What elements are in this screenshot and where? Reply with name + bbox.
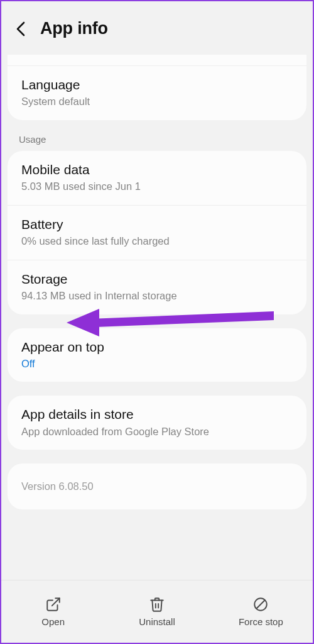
row-title: Language: [21, 77, 293, 93]
version-label: Version 6.08.50: [21, 480, 293, 492]
svg-line-0: [51, 598, 59, 606]
button-label: Force stop: [239, 616, 283, 627]
card-usage: Mobile data 5.03 MB used since Jun 1 Bat…: [8, 151, 306, 314]
row-title: App details in store: [21, 406, 293, 423]
button-label: Uninstall: [139, 616, 175, 627]
card-app-details: App details in store App downloaded from…: [8, 396, 306, 450]
content-scroll[interactable]: Language System default Usage Mobile dat…: [1, 55, 313, 580]
card-version: Version 6.08.50: [8, 464, 306, 509]
row-title: Mobile data: [21, 162, 293, 178]
card-previous: Language System default: [8, 55, 306, 120]
app-info-screen: App info Language System default Usage M…: [0, 0, 314, 644]
row-appear-on-top[interactable]: Appear on top Off: [8, 328, 306, 382]
open-button[interactable]: Open: [1, 580, 105, 643]
clipped-row: [8, 55, 306, 66]
row-mobile-data[interactable]: Mobile data 5.03 MB used since Jun 1: [8, 151, 306, 205]
uninstall-button[interactable]: Uninstall: [105, 580, 208, 643]
row-sub: 94.13 MB used in Internal storage: [21, 289, 293, 303]
force-stop-button[interactable]: Force stop: [209, 580, 313, 643]
stop-icon: [252, 596, 269, 613]
row-battery[interactable]: Battery 0% used since last fully charged: [8, 205, 306, 260]
svg-line-2: [257, 601, 265, 609]
page-title: App info: [40, 19, 108, 38]
header: App info: [1, 1, 313, 50]
button-label: Open: [41, 616, 65, 627]
row-sub: 0% used since last fully charged: [21, 235, 293, 248]
row-sub: Off: [21, 357, 293, 370]
row-language[interactable]: Language System default: [8, 66, 306, 120]
section-usage-label: Usage: [1, 134, 313, 151]
row-app-details[interactable]: App details in store App downloaded from…: [8, 396, 306, 450]
back-icon[interactable]: [15, 20, 28, 38]
row-storage[interactable]: Storage 94.13 MB used in Internal storag…: [8, 260, 306, 314]
trash-icon: [149, 596, 165, 613]
row-sub: 5.03 MB used since Jun 1: [21, 180, 293, 193]
open-icon: [45, 596, 62, 613]
bottom-bar: Open Uninstall Force stop: [1, 580, 313, 643]
row-sub: System default: [21, 95, 293, 108]
row-title: Appear on top: [21, 339, 293, 355]
row-title: Storage: [21, 271, 293, 287]
row-title: Battery: [21, 216, 293, 233]
card-appear-on-top: Appear on top Off: [8, 328, 306, 382]
row-sub: App downloaded from Google Play Store: [21, 425, 293, 438]
